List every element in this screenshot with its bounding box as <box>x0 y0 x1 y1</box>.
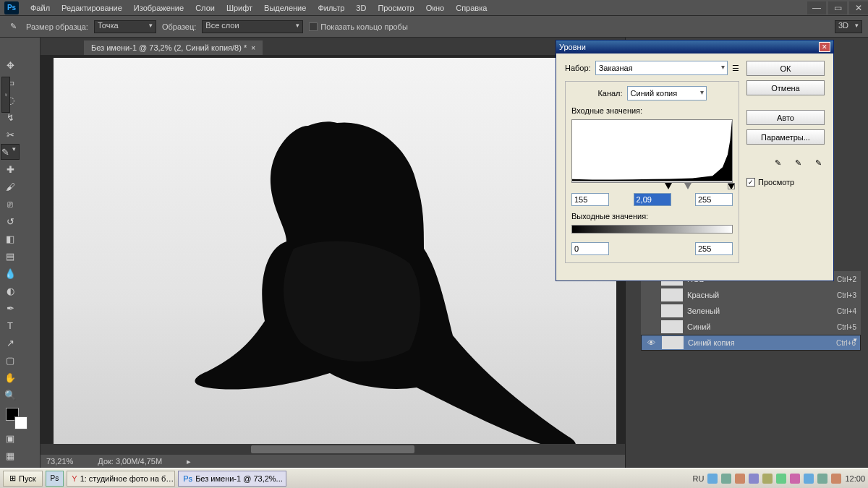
hand-tool[interactable]: ✋ <box>1 369 20 385</box>
quick-mask-icon[interactable]: ▣ <box>1 430 20 446</box>
options-button[interactable]: Параметры... <box>746 129 825 145</box>
input-slider-track[interactable] <box>571 183 733 192</box>
menu-filter[interactable]: Фильтр <box>312 4 350 12</box>
system-tray: RU 12:00 <box>693 474 865 484</box>
eyedropper-tool[interactable]: ✎ <box>1 144 20 160</box>
sample-size-label: Размер образца: <box>26 22 88 31</box>
menu-image[interactable]: Изображение <box>128 4 190 12</box>
tray-icon[interactable] <box>817 474 827 484</box>
screen-mode-icon[interactable]: ▦ <box>1 448 20 463</box>
dialog-titlebar[interactable]: Уровни ✕ <box>556 40 833 53</box>
preset-select[interactable]: Заказная <box>595 61 728 75</box>
pen-tool[interactable]: ✒ <box>1 300 20 316</box>
gradient-tool[interactable]: ▤ <box>1 248 20 264</box>
sample-select[interactable]: Все слои <box>202 20 303 33</box>
ok-button[interactable]: ОК <box>746 61 825 76</box>
dodge-tool[interactable]: ◐ <box>1 283 20 299</box>
taskbar-item-doc[interactable]: PsБез имени-1 @ 73,2%... <box>178 471 286 487</box>
taskbar-item-ps[interactable]: Ps <box>46 471 64 487</box>
zoom-tool[interactable]: 🔍 <box>1 387 20 403</box>
channel-row-blue[interactable]: СинийCtrl+5 <box>641 319 861 335</box>
taskbar: ⊞Пуск Ps Y1: студийное фото на б… PsБез … <box>0 468 868 488</box>
menu-edit[interactable]: Редактирование <box>56 4 128 12</box>
menu-select[interactable]: Выделение <box>258 4 312 12</box>
channel-row-blue-copy[interactable]: 👁Синий копияCtrl+6 <box>641 335 861 351</box>
channel-row-red[interactable]: КрасныйCtrl+3 <box>641 287 861 303</box>
cancel-button[interactable]: Отмена <box>746 80 825 95</box>
taskbar-item-browser[interactable]: Y1: студийное фото на б… <box>67 471 175 487</box>
crop-tool[interactable]: ✂ <box>1 127 20 142</box>
status-arrow-icon[interactable]: ▸ <box>187 457 191 466</box>
document-tab[interactable]: Без имени-1 @ 73,2% (2, Синий копия/8) *… <box>84 40 263 55</box>
silhouette-icon <box>185 119 583 444</box>
preview-checkbox[interactable]: ✓ <box>746 178 755 187</box>
visibility-icon[interactable]: 👁 <box>644 338 658 347</box>
blur-tool[interactable]: 💧 <box>1 265 20 281</box>
channels-panel: RGBCtrl+2 КрасныйCtrl+3 ЗеленыйCtrl+4 Си… <box>641 271 861 351</box>
color-swatch[interactable] <box>6 408 27 429</box>
tray-icon[interactable] <box>831 474 841 484</box>
healing-tool[interactable]: ✚ <box>1 161 20 177</box>
tray-icon[interactable] <box>721 474 731 484</box>
menu-layer[interactable]: Слои <box>190 4 221 12</box>
preset-menu-icon[interactable]: ☰ <box>732 64 739 73</box>
history-brush-tool[interactable]: ↺ <box>1 213 20 229</box>
horizontal-scrollbar[interactable] <box>41 444 625 455</box>
eraser-tool[interactable]: ◧ <box>1 231 20 247</box>
output-gradient[interactable] <box>571 225 733 234</box>
canvas-image <box>54 58 616 444</box>
output-black-field[interactable] <box>571 242 609 255</box>
menu-3d[interactable]: 3D <box>350 4 372 12</box>
menu-type[interactable]: Шрифт <box>221 4 258 12</box>
type-tool[interactable]: T <box>1 317 20 333</box>
window-minimize-button[interactable]: ― <box>807 1 826 14</box>
white-point-slider[interactable] <box>728 183 735 189</box>
black-point-slider[interactable] <box>665 183 672 189</box>
workspace-select[interactable]: 3D <box>835 20 862 33</box>
dialog-close-button[interactable]: ✕ <box>819 42 830 52</box>
menu-help[interactable]: Справка <box>450 4 493 12</box>
path-tool[interactable]: ↗ <box>1 335 20 351</box>
input-mid-field[interactable] <box>634 193 671 206</box>
white-eyedropper-icon[interactable]: ✎ <box>812 156 825 169</box>
sample-size-select[interactable]: Точка <box>94 20 156 33</box>
dialog-title: Уровни <box>559 43 586 51</box>
window-maximize-button[interactable]: ▭ <box>828 1 847 14</box>
start-button[interactable]: ⊞Пуск <box>3 471 43 487</box>
canvas[interactable] <box>41 55 625 444</box>
preset-label: Набор: <box>565 64 591 72</box>
auto-button[interactable]: Авто <box>746 110 825 125</box>
input-white-field[interactable] <box>695 193 733 206</box>
gray-point-slider[interactable] <box>684 183 692 189</box>
tabs-expand-icon[interactable]: » <box>1 77 10 113</box>
menu-view[interactable]: Просмотр <box>372 4 420 12</box>
tray-icon[interactable] <box>749 474 759 484</box>
tray-icon[interactable] <box>804 474 814 484</box>
tray-icon[interactable] <box>790 474 800 484</box>
menu-window[interactable]: Окно <box>420 4 451 12</box>
black-eyedropper-icon[interactable]: ✎ <box>771 156 784 169</box>
window-close-button[interactable]: ✕ <box>849 1 868 14</box>
tray-icon[interactable] <box>707 474 718 484</box>
menu-file[interactable]: Файл <box>25 4 56 12</box>
show-ring-checkbox[interactable] <box>309 22 318 31</box>
status-bar: 73,21% Док: 3,00M/4,75M ▸ <box>41 455 625 468</box>
tray-clock[interactable]: 12:00 <box>845 474 865 483</box>
channel-select[interactable]: Синий копия <box>627 86 707 100</box>
stamp-tool[interactable]: ⎚ <box>1 196 20 212</box>
histogram-chart <box>572 120 732 181</box>
close-tab-icon[interactable]: × <box>251 44 255 52</box>
channel-row-green[interactable]: ЗеленыйCtrl+4 <box>641 303 861 319</box>
tray-icon[interactable] <box>762 474 773 484</box>
tray-icon[interactable] <box>776 474 786 484</box>
document-tab-bar: Без имени-1 @ 73,2% (2, Синий копия/8) *… <box>41 38 625 55</box>
shape-tool[interactable]: ▢ <box>1 352 20 368</box>
output-white-field[interactable] <box>695 242 733 255</box>
input-black-field[interactable] <box>571 193 609 206</box>
tray-icon[interactable] <box>735 474 745 484</box>
brush-tool[interactable]: 🖌 <box>1 179 20 194</box>
zoom-level[interactable]: 73,21% <box>46 457 73 466</box>
gray-eyedropper-icon[interactable]: ✎ <box>791 156 804 169</box>
move-tool[interactable]: ✥ <box>1 57 20 73</box>
lang-indicator[interactable]: RU <box>693 474 705 483</box>
